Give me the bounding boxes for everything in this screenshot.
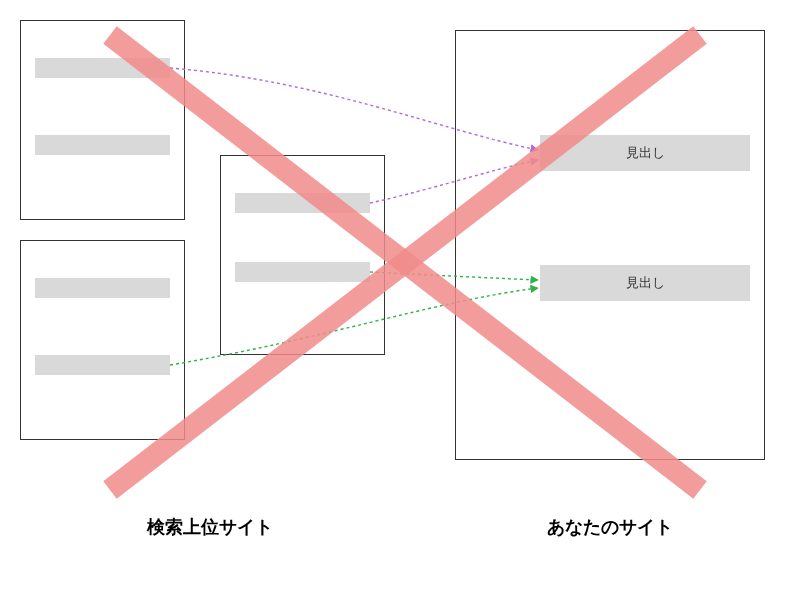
heading-text: 見出し [626, 274, 665, 292]
site-box-middle [220, 155, 385, 355]
diagram-canvas: 見出し 見出し 検索上位サイト あなたのサイト [0, 0, 800, 600]
heading-text: 見出し [626, 144, 665, 162]
heading-bar-2: 見出し [540, 265, 750, 301]
left-caption: 検索上位サイト [110, 515, 310, 539]
content-bar [35, 278, 170, 298]
content-bar [35, 58, 170, 78]
your-site-box [455, 30, 765, 460]
content-bar [235, 262, 370, 282]
right-caption: あなたのサイト [500, 515, 720, 539]
site-box-top-left [20, 20, 185, 220]
site-box-bottom-left [20, 240, 185, 440]
heading-bar-1: 見出し [540, 135, 750, 171]
content-bar [35, 355, 170, 375]
content-bar [35, 135, 170, 155]
content-bar [235, 193, 370, 213]
